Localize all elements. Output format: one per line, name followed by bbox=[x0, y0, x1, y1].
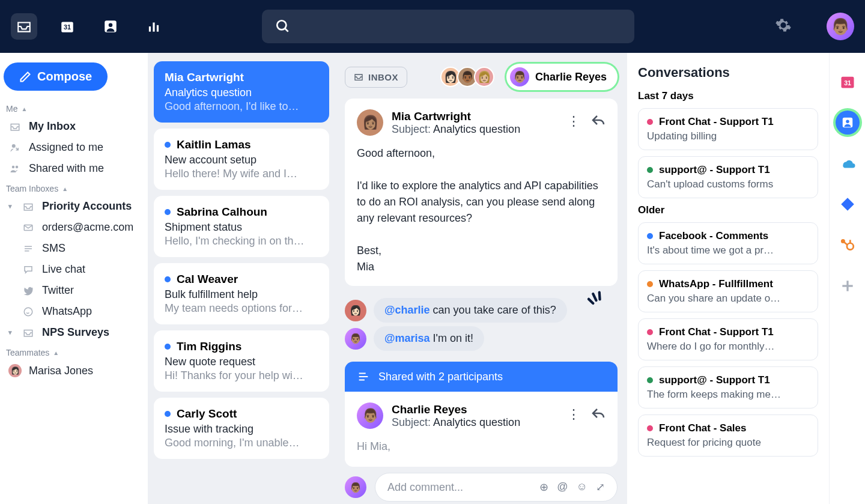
related-title: Front Chat - Sales bbox=[659, 422, 746, 434]
section-teammates[interactable]: Teammates▲ bbox=[0, 343, 148, 360]
svg-text:31: 31 bbox=[844, 79, 851, 87]
svg-point-11 bbox=[16, 165, 19, 168]
inbox-icon bbox=[8, 121, 22, 132]
conversation-card[interactable]: Tim RigginsNew quote requestHi! Thanks f… bbox=[154, 330, 329, 392]
sms-icon bbox=[22, 243, 35, 254]
related-conversation-card[interactable]: Front Chat - Support T1Updating billing bbox=[638, 108, 818, 150]
conv-name: Sabrina Calhoun bbox=[177, 205, 267, 219]
right-group-label: Last 7 days bbox=[638, 90, 818, 102]
sidebar-item[interactable]: WhatsApp bbox=[0, 301, 148, 322]
reply-icon[interactable] bbox=[591, 114, 606, 132]
conversation-card[interactable]: Kaitlin LamasNew account setupHello ther… bbox=[154, 129, 329, 190]
app-rail: 31 bbox=[829, 53, 865, 504]
related-conversation-card[interactable]: Facebook - CommentsIt's about time we go… bbox=[638, 222, 818, 264]
sidebar-item[interactable]: ▾Priority Accounts bbox=[0, 196, 148, 217]
sidebar-item[interactable]: ▾NPS Surveys bbox=[0, 322, 148, 343]
search-icon bbox=[275, 19, 291, 34]
conv-preview: Hello there! My wife and I… bbox=[165, 168, 318, 180]
rail-hubspot-icon[interactable] bbox=[836, 233, 860, 257]
sidebar-item[interactable]: My Inbox bbox=[0, 116, 148, 137]
related-title: Front Chat - Support T1 bbox=[659, 326, 774, 338]
reply-icon[interactable] bbox=[591, 407, 606, 425]
settings-icon[interactable] bbox=[775, 17, 792, 36]
conv-preview: Hello, I'm checking in on th… bbox=[165, 235, 318, 247]
compose-label: Compose bbox=[37, 70, 92, 83]
sidebar-item[interactable]: Assigned to me bbox=[0, 137, 148, 158]
conversation-card[interactable]: Sabrina CalhounShipment statusHello, I'm… bbox=[154, 196, 329, 257]
section-me[interactable]: Me▲ bbox=[0, 99, 148, 116]
rail-add-icon[interactable] bbox=[836, 274, 860, 298]
status-dot bbox=[647, 329, 653, 335]
chat-icon bbox=[22, 264, 35, 275]
participant-avatar[interactable]: 👩🏼 bbox=[474, 67, 494, 87]
more-icon[interactable]: ⋮ bbox=[567, 407, 580, 425]
assignee-chip[interactable]: 👨🏽 Charlie Reyes bbox=[506, 64, 618, 90]
related-conversation-card[interactable]: support@ - Support T1Can't upload custom… bbox=[638, 156, 818, 198]
sidebar-item-label: My Inbox bbox=[29, 120, 76, 133]
rail-calendar-icon[interactable]: 31 bbox=[836, 70, 860, 94]
sidebar-item-label: NPS Surveys bbox=[42, 326, 109, 339]
inbox-chip[interactable]: INBOX bbox=[345, 67, 407, 88]
related-conversation-card[interactable]: Front Chat - Support T1Where do I go for… bbox=[638, 318, 818, 360]
user-avatar[interactable]: 👨🏽 bbox=[827, 13, 854, 40]
section-team[interactable]: Team Inboxes▲ bbox=[0, 179, 148, 196]
conversation-card[interactable]: Cal WeaverBulk fulfillment helpMy team n… bbox=[154, 263, 329, 324]
unread-dot bbox=[165, 142, 171, 148]
related-title: Facebook - Comments bbox=[659, 230, 768, 242]
unread-dot bbox=[165, 411, 171, 417]
teammate-item[interactable]: 👩🏻Marisa Jones bbox=[0, 360, 148, 381]
rail-jira-icon[interactable] bbox=[836, 192, 860, 216]
inbox-icon bbox=[354, 72, 363, 82]
nav-analytics-icon[interactable] bbox=[141, 13, 167, 40]
related-preview: Can't upload customs forms bbox=[647, 178, 809, 190]
msg-signature: Mia bbox=[357, 259, 606, 275]
svg-point-24 bbox=[846, 243, 853, 250]
nav-contact-icon[interactable] bbox=[97, 13, 124, 40]
message-card: 👩🏽 Mia Cartwright Subject: Analytics que… bbox=[345, 99, 618, 286]
shared-text: Shared with 2 participants bbox=[378, 371, 503, 383]
search-input[interactable] bbox=[262, 10, 634, 43]
nav-inbox-icon[interactable] bbox=[11, 13, 37, 40]
comment-text: can you take care of this? bbox=[430, 304, 556, 316]
right-group-label: Older bbox=[638, 204, 818, 216]
mention[interactable]: @marisa bbox=[384, 332, 430, 344]
conv-name: Kaitlin Lamas bbox=[177, 138, 251, 151]
conv-preview: Good morning, I'm unable… bbox=[165, 437, 318, 449]
assignee-avatar: 👨🏽 bbox=[510, 67, 529, 87]
mention-icon[interactable]: @ bbox=[557, 481, 568, 494]
more-icon[interactable]: ⋮ bbox=[567, 114, 580, 132]
svg-line-8 bbox=[285, 28, 288, 31]
related-conversation-card[interactable]: WhatsApp - FullfillmentCan you share an … bbox=[638, 270, 818, 312]
right-panel-title: Conversations bbox=[638, 65, 818, 80]
nav-calendar-icon[interactable]: 31 bbox=[54, 13, 80, 40]
emoji-icon[interactable]: ☺ bbox=[577, 481, 587, 494]
conv-preview: My team needs options for… bbox=[165, 302, 318, 315]
conv-subject: New account setup bbox=[165, 154, 318, 166]
related-conversation-card[interactable]: Front Chat - SalesRequest for pricing qu… bbox=[638, 414, 818, 457]
sidebar-item[interactable]: Shared with me bbox=[0, 158, 148, 179]
rail-salesforce-icon[interactable] bbox=[836, 151, 860, 175]
conversation-card[interactable]: Carly ScottIssue with trackingGood morni… bbox=[154, 398, 329, 459]
related-title: support@ - Support T1 bbox=[659, 164, 770, 176]
conv-subject: Issue with tracking bbox=[165, 423, 318, 436]
unread-dot bbox=[165, 344, 171, 350]
comment-input[interactable]: Add comment... ⊕ @ ☺ ⤢ bbox=[375, 473, 618, 502]
expand-icon[interactable]: ⤢ bbox=[596, 481, 605, 494]
inbox-icon bbox=[22, 327, 35, 338]
reply-card: 👨🏽 Charlie Reyes Subject: Analytics ques… bbox=[345, 392, 618, 467]
sidebar-item[interactable]: SMS bbox=[0, 238, 148, 259]
comment-bubble: @marisa I'm on it! bbox=[374, 326, 484, 351]
related-conversation-card[interactable]: support@ - Support T1The form keeps maki… bbox=[638, 366, 818, 408]
sidebar-item-label: Assigned to me bbox=[29, 141, 103, 154]
compose-button[interactable]: Compose bbox=[4, 62, 108, 91]
sidebar-item[interactable]: orders@acme.com bbox=[0, 217, 148, 238]
sidebar-item[interactable]: Live chat bbox=[0, 259, 148, 280]
msg-body: I'd like to explore the analytics and AP… bbox=[357, 178, 606, 226]
conv-subject: New quote request bbox=[165, 356, 318, 368]
add-icon[interactable]: ⊕ bbox=[539, 481, 548, 494]
rail-contact-icon[interactable] bbox=[836, 111, 860, 135]
sidebar-item[interactable]: Twitter bbox=[0, 280, 148, 301]
mention[interactable]: @charlie bbox=[384, 304, 430, 316]
related-preview: Can you share an update o… bbox=[647, 293, 809, 305]
conversation-card[interactable]: Mia CartwrightAnalytics questionGood aft… bbox=[154, 61, 329, 123]
